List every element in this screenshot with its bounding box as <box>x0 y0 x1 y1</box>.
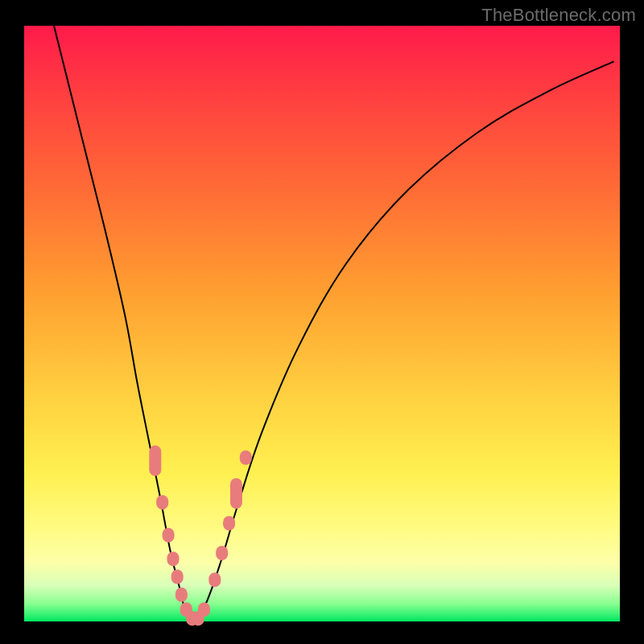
watermark-text: TheBottleneck.com <box>481 5 636 26</box>
marker-point <box>208 572 221 587</box>
bottleneck-curve <box>54 26 614 620</box>
curve-layer <box>24 26 620 621</box>
chart-frame: TheBottleneck.com <box>0 0 644 644</box>
plot-area <box>24 26 620 621</box>
marker-point <box>198 602 210 617</box>
marker-point <box>156 495 168 510</box>
marker-point <box>230 478 242 509</box>
marker-point <box>171 570 184 584</box>
marker-point <box>149 445 161 476</box>
marker-point <box>167 551 180 566</box>
marker-point <box>216 546 228 560</box>
marker-group <box>149 445 251 625</box>
marker-point <box>163 528 175 543</box>
marker-point <box>223 516 235 530</box>
marker-point <box>240 451 252 465</box>
marker-point <box>175 588 188 602</box>
